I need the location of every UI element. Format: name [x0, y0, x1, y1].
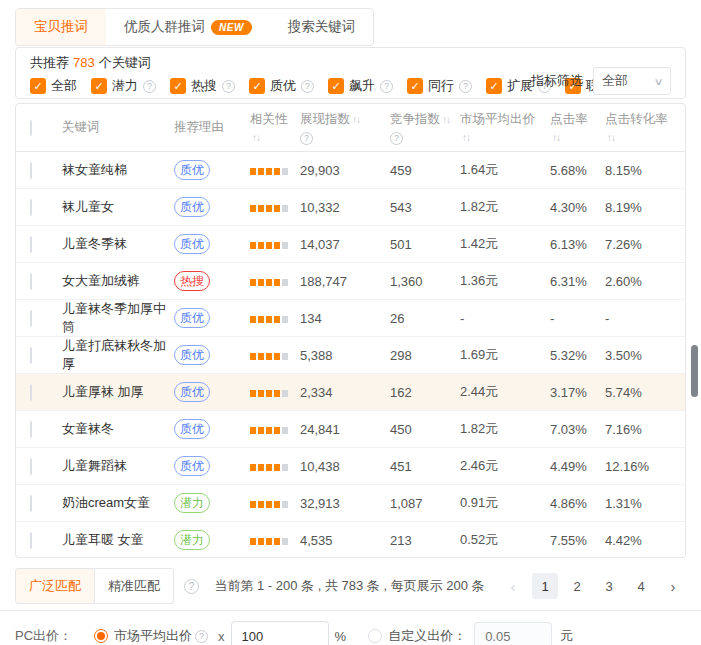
column-header-3[interactable]: 相关性↑↓: [250, 111, 300, 144]
help-icon[interactable]: ?: [459, 80, 472, 93]
filter-checkbox-同行[interactable]: ✓同行?: [407, 77, 472, 95]
row-checkbox[interactable]: [30, 310, 32, 327]
filter-checkbox-潜力[interactable]: ✓潜力?: [91, 77, 156, 95]
tab-2[interactable]: 优质人群推词NEW: [106, 9, 270, 45]
sort-icon[interactable]: ↑↓: [352, 114, 360, 125]
table-row[interactable]: 袜儿童女质优10,3325431.82元4.30%8.19%: [16, 189, 685, 226]
help-icon[interactable]: ?: [390, 132, 403, 145]
sort-icon[interactable]: ↑↓: [552, 132, 560, 143]
relevance-bar-segment: [258, 279, 264, 286]
ctr-cell: 4.86%: [550, 496, 605, 511]
column-label: 推荐理由: [174, 119, 246, 136]
relevance-bars: [250, 353, 288, 360]
custom-bid-input[interactable]: [474, 622, 552, 645]
broad-match-button[interactable]: 广泛匹配: [15, 568, 95, 604]
keyword-count: 783: [73, 55, 95, 70]
market-bid-help-icon[interactable]: ?: [195, 630, 208, 643]
display-index-value: 4,535: [300, 533, 333, 548]
column-label: 市场平均出价: [460, 111, 546, 128]
custom-bid-radio[interactable]: [368, 629, 382, 643]
table-row[interactable]: 儿童厚袜 加厚质优2,3341622.44元3.17%5.74%: [16, 374, 685, 411]
relevance-bar-segment: [266, 279, 272, 286]
reason-badge: 潜力: [174, 530, 210, 550]
tab-3[interactable]: 搜索关键词: [270, 9, 374, 45]
help-icon[interactable]: ?: [380, 80, 393, 93]
avg-bid-value: -: [460, 311, 464, 326]
page-button-2[interactable]: 2: [564, 573, 590, 599]
row-checkbox[interactable]: [30, 273, 32, 290]
reason-badge: 热搜: [174, 271, 210, 291]
relevance-bar-segment: [258, 427, 264, 434]
row-checkbox[interactable]: [30, 347, 32, 364]
keyword-text: 儿童冬季袜: [62, 236, 127, 251]
help-icon[interactable]: ?: [301, 80, 314, 93]
help-icon[interactable]: ?: [300, 132, 313, 145]
filter-checkbox-质优[interactable]: ✓质优?: [249, 77, 314, 95]
row-checkbox[interactable]: [30, 421, 32, 438]
relevance-bar-segment: [282, 316, 288, 323]
checkbox-checked-icon[interactable]: ✓: [30, 78, 46, 94]
sort-icon[interactable]: ↑↓: [607, 132, 615, 143]
row-checkbox[interactable]: [30, 236, 32, 253]
reason-badge: 质优: [174, 234, 210, 254]
table-row[interactable]: 儿童耳暖 女童潜力4,5352130.52元7.55%4.42%: [16, 522, 685, 558]
sort-icon[interactable]: ↑↓: [442, 114, 450, 125]
checkbox-checked-icon[interactable]: ✓: [486, 78, 502, 94]
table-row[interactable]: 女大童加绒裤热搜188,7471,3601.36元6.31%2.60%: [16, 263, 685, 300]
table-row[interactable]: 奶油cream女童潜力32,9131,0870.91元4.86%1.31%: [16, 485, 685, 522]
filter-checkbox-热搜[interactable]: ✓热搜?: [170, 77, 235, 95]
help-icon[interactable]: ?: [143, 80, 156, 93]
row-checkbox[interactable]: [30, 162, 32, 179]
bid-percent-input[interactable]: [231, 621, 329, 645]
row-checkbox[interactable]: [30, 384, 32, 401]
table-row[interactable]: 儿童袜冬季加厚中筒质优13426---: [16, 300, 685, 337]
table-row[interactable]: 儿童舞蹈袜质优10,4384512.46元4.49%12.16%: [16, 448, 685, 485]
table-row[interactable]: 女童袜冬质优24,8414501.82元7.03%7.16%: [16, 411, 685, 448]
checkbox-checked-icon[interactable]: ✓: [91, 78, 107, 94]
metric-filter-select[interactable]: 全部 ∨: [593, 67, 671, 95]
filter-checkbox-飙升[interactable]: ✓飙升?: [328, 77, 393, 95]
competition-index-cell: 298: [390, 348, 460, 363]
sort-icon[interactable]: ↑↓: [462, 132, 470, 143]
row-checkbox[interactable]: [30, 495, 32, 512]
help-icon[interactable]: ?: [222, 80, 235, 93]
new-badge: NEW: [211, 20, 252, 35]
cvr-value: 3.50%: [605, 348, 642, 363]
row-checkbox[interactable]: [30, 532, 32, 549]
relevance-bar-segment: [250, 538, 256, 545]
checkbox-checked-icon[interactable]: ✓: [407, 78, 423, 94]
page-button-1[interactable]: 1: [532, 573, 558, 599]
column-header-6[interactable]: 市场平均出价↑↓: [460, 111, 550, 144]
tab-1[interactable]: 宝贝推词: [16, 9, 106, 45]
column-header-8[interactable]: 点击转化率↑↓: [605, 111, 685, 144]
checkbox-checked-icon[interactable]: ✓: [170, 78, 186, 94]
row-checkbox[interactable]: [30, 458, 32, 475]
relevance-bars: [250, 279, 288, 286]
column-header-4[interactable]: 展现指数↑↓?: [300, 111, 390, 145]
market-bid-radio[interactable]: [94, 629, 108, 643]
sort-icon[interactable]: ↑↓: [252, 132, 260, 143]
checkbox-checked-icon[interactable]: ✓: [328, 78, 344, 94]
filter-checkbox-label: 全部: [51, 77, 77, 95]
column-header-line2: ↑↓: [605, 130, 681, 144]
column-header-7[interactable]: 点击率↑↓: [550, 111, 605, 144]
page-button-4[interactable]: 4: [628, 573, 654, 599]
row-checkbox[interactable]: [30, 199, 32, 216]
display-index-value: 2,334: [300, 385, 333, 400]
next-page-button[interactable]: ›: [660, 573, 686, 599]
keyword-text: 儿童袜冬季加厚中筒: [62, 301, 166, 334]
table-row[interactable]: 儿童冬季袜质优14,0375011.42元6.13%7.26%: [16, 226, 685, 263]
page-button-3[interactable]: 3: [596, 573, 622, 599]
reason-cell: 质优: [174, 419, 250, 439]
filter-checkbox-全部[interactable]: ✓全部: [30, 77, 77, 95]
checkbox-checked-icon[interactable]: ✓: [249, 78, 265, 94]
chevron-down-icon: ∨: [653, 76, 663, 87]
table-row[interactable]: 儿童打底袜秋冬加厚质优5,3882981.69元5.32%3.50%: [16, 337, 685, 374]
exact-match-button[interactable]: 精准匹配: [95, 568, 174, 604]
vertical-scrollbar-thumb[interactable]: [691, 345, 698, 397]
column-header-5[interactable]: 竞争指数↑↓?: [390, 111, 460, 145]
keyword-cell: 儿童袜冬季加厚中筒: [62, 300, 174, 336]
match-type-help-icon[interactable]: ?: [184, 579, 199, 594]
table-row[interactable]: 袜女童纯棉质优29,9034591.64元5.68%8.15%: [16, 152, 685, 189]
select-all-checkbox[interactable]: [30, 120, 32, 136]
